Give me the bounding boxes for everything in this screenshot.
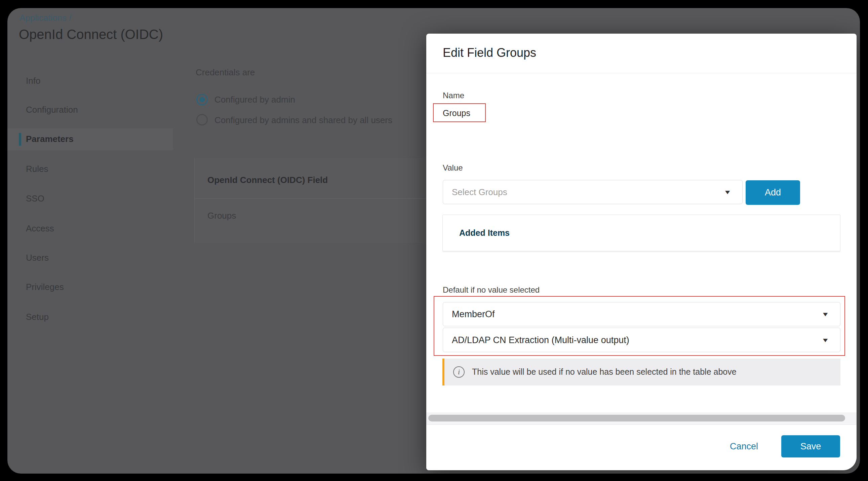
default-select-extraction[interactable]: AD/LDAP CN Extraction (Multi-value outpu… [443,328,840,352]
modal-title: Edit Field Groups [443,46,536,60]
name-input-value: Groups [443,108,470,118]
fields-table [194,158,426,243]
modal-header-divider [426,73,857,73]
chevron-down-icon: ▼ [821,336,829,343]
credentials-label: Credentials are [196,67,255,78]
value-select[interactable]: Select Groups ▼ [443,180,743,204]
value-select-placeholder: Select Groups [452,187,507,198]
sidebar-item-rules[interactable]: Rules [26,163,48,175]
default-value-label: Default if no value selected [443,285,539,295]
sidebar-item-sso[interactable]: SSO [26,193,44,204]
fields-table-header: OpenId Connect (OIDC) Field [208,175,328,185]
default-select-memberof-value: MemberOf [452,309,495,320]
name-label: Name [443,91,464,100]
chevron-down-icon: ▼ [821,311,829,318]
radio-configured-by-admins-shared[interactable] [196,114,208,125]
save-button[interactable]: Save [781,435,840,457]
cancel-button[interactable]: Cancel [722,441,766,452]
default-select-memberof[interactable]: MemberOf ▼ [443,302,840,326]
name-input[interactable]: Groups [433,103,486,122]
info-banner: i This value will be used if no value ha… [442,359,840,386]
add-button[interactable]: Add [746,180,800,205]
info-banner-text: This value will be used if no value has … [472,367,737,377]
sidebar-item-info[interactable]: Info [26,75,40,86]
radio-label-configured-by-admins-shared: Configured by admins and shared by all u… [215,115,392,125]
fields-table-row-groups[interactable]: Groups [208,211,236,221]
radio-configured-by-admin[interactable] [196,94,208,105]
info-icon: i [453,366,465,378]
horizontal-scrollbar-thumb[interactable] [428,415,845,421]
added-items-panel: Added Items [442,215,840,251]
sidebar-item-parameters[interactable]: Parameters [26,133,73,145]
value-label: Value [443,163,463,173]
page-title: OpenId Connect (OIDC) [19,27,163,42]
breadcrumb[interactable]: Applications / [20,13,72,23]
radio-label-configured-by-admin: Configured by admin [215,94,295,105]
sidebar-item-users[interactable]: Users [26,252,49,263]
sidebar-item-privileges[interactable]: Privileges [26,281,64,293]
sidebar-item-access[interactable]: Access [26,223,54,234]
sidebar-item-configuration[interactable]: Configuration [26,104,78,115]
chevron-down-icon: ▼ [723,189,732,196]
default-select-extraction-value: AD/LDAP CN Extraction (Multi-value outpu… [452,335,629,345]
screen: Applications / OpenId Connect (OIDC) Inf… [0,0,868,481]
sidebar-active-indicator [19,133,21,146]
added-items-title: Added Items [459,228,509,238]
fields-table-divider [194,199,426,199]
edit-field-groups-modal: Edit Field Groups Name Groups Value Sele… [426,34,857,470]
sidebar-item-setup[interactable]: Setup [26,311,49,323]
